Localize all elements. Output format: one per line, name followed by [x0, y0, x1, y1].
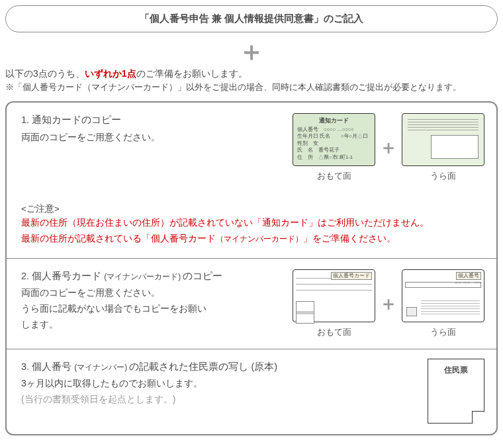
card-title: 通知カード: [297, 116, 371, 125]
back-label: うら面: [402, 326, 484, 338]
intro-post: のご準備をお願いします。: [136, 68, 248, 79]
intro-line: 以下の3点のうち、いずれか1点のご準備をお願いします。: [5, 68, 498, 80]
back-label: うら面: [402, 170, 484, 182]
option-3: 3. 個人番号 (マイナンバー) の記載された住民票の写し (原本) 3ヶ月以内…: [7, 349, 496, 434]
caution-header: <ご注意>: [21, 203, 484, 215]
opt2-title: 2. 個人番号カード (マイナンバーカード) のコピー: [21, 268, 282, 285]
opt2-sub3: します。: [21, 317, 282, 333]
notification-card-front-icon: 通知カード 個人番号 ○○○○ …○○○○ 生年月日 氏名 ○年○月△日 性別 …: [293, 113, 375, 166]
opt2-sub2: うら面に記載がない場合でもコピーをお願い: [21, 301, 282, 317]
options-box: 1. 通知カードのコピー 両面のコピーをご用意ください。 通知カード 個人番号 …: [5, 101, 498, 435]
mynumber-card-front-icon: 個人番号カード: [293, 269, 375, 322]
big-plus-icon: ＋: [5, 38, 498, 64]
notification-card-back-icon: [402, 113, 484, 166]
doc-title: 住民票: [428, 359, 484, 376]
intro-pre: 以下の3点のうち、: [5, 68, 85, 79]
intro-emphasis: いずれか1点: [85, 68, 136, 79]
opt3-sub1: 3ヶ月以内に取得したものでお願いします。: [21, 376, 397, 392]
caution-line-1: 最新の住所（現在お住まいの住所）が記載されていない「通知カード」はご利用いただけ…: [21, 215, 484, 231]
header-pill: 「個人番号申告 兼 個人情報提供同意書」のご記入: [5, 5, 498, 32]
option-1: 1. 通知カードのコピー 両面のコピーをご用意ください。 通知カード 個人番号 …: [7, 103, 496, 258]
opt2-cards: 個人番号カード おもて面 ＋ 個人番号 ○○○ ○○○…○○○ うら面: [293, 269, 484, 338]
caution-line-2: 最新の住所が記載されている「個人番号カード（マイナンバーカード）」をご準備くださ…: [21, 231, 484, 247]
opt1-cards: 通知カード 個人番号 ○○○○ …○○○○ 生年月日 氏名 ○年○月△日 性別 …: [293, 113, 484, 182]
photo-placeholder-icon: [296, 301, 314, 324]
footnote: ※「個人番号カード（マイナンバーカード）」以外をご提出の場合、同時に本人確認書類…: [5, 81, 498, 93]
opt2-sub1: 両面のコピーをご用意ください。: [21, 285, 282, 301]
opt3-sub2: (当行の書類受領日を起点とします。): [21, 392, 397, 408]
opt1-sub: 両面のコピーをご用意ください。: [21, 130, 282, 146]
plus-icon: ＋: [379, 291, 398, 316]
opt1-title: 1. 通知カードのコピー: [21, 112, 282, 128]
residence-certificate-icon: 住民票: [428, 359, 484, 424]
opt3-title: 3. 個人番号 (マイナンバー) の記載された住民票の写し (原本): [21, 359, 397, 375]
mynumber-card-back-icon: 個人番号 ○○○ ○○○…○○○: [402, 269, 484, 322]
front-label: おもて面: [293, 170, 375, 182]
plus-icon: ＋: [379, 135, 398, 160]
front-label: おもて面: [293, 326, 375, 338]
option-2: 2. 個人番号カード (マイナンバーカード) のコピー 両面のコピーをご用意くだ…: [7, 258, 496, 349]
ic-chip-icon: [406, 307, 417, 316]
